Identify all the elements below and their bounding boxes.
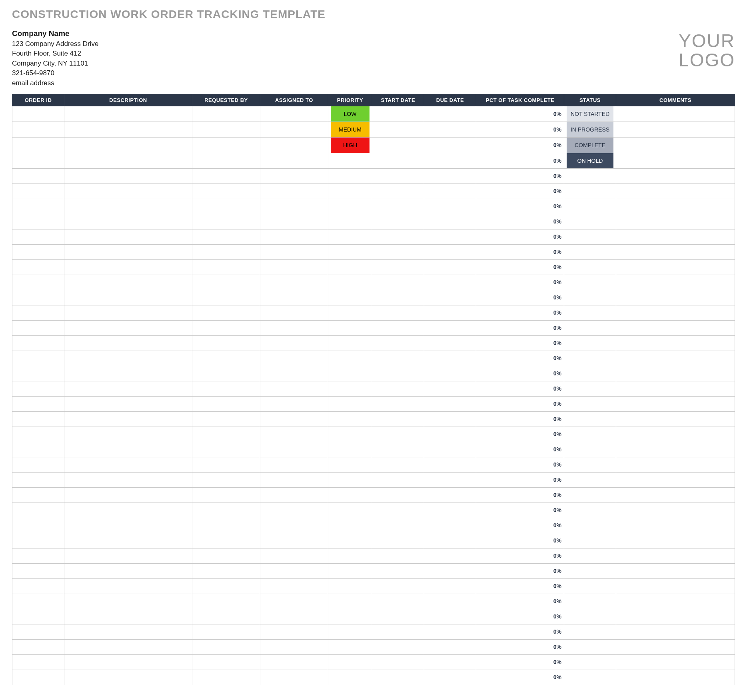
cell-status[interactable] xyxy=(564,548,616,563)
cell-description[interactable] xyxy=(64,533,192,548)
cell-status[interactable] xyxy=(564,199,616,214)
cell-description[interactable] xyxy=(64,199,192,214)
cell-order-id[interactable] xyxy=(12,199,64,214)
cell-assigned-to[interactable] xyxy=(260,183,328,199)
cell-description[interactable] xyxy=(64,106,192,122)
cell-description[interactable] xyxy=(64,366,192,381)
cell-order-id[interactable] xyxy=(12,229,64,244)
cell-requested-by[interactable] xyxy=(192,320,260,335)
cell-status[interactable] xyxy=(564,305,616,320)
cell-status[interactable] xyxy=(564,381,616,396)
cell-assigned-to[interactable] xyxy=(260,122,328,137)
cell-priority[interactable] xyxy=(328,351,372,366)
cell-pct-complete[interactable]: 0% xyxy=(476,578,564,594)
cell-requested-by[interactable] xyxy=(192,563,260,578)
cell-comments[interactable] xyxy=(616,305,735,320)
cell-pct-complete[interactable]: 0% xyxy=(476,168,564,183)
cell-requested-by[interactable] xyxy=(192,259,260,275)
cell-start-date[interactable] xyxy=(372,229,424,244)
cell-assigned-to[interactable] xyxy=(260,518,328,533)
cell-status[interactable] xyxy=(564,670,616,685)
cell-start-date[interactable] xyxy=(372,259,424,275)
cell-order-id[interactable] xyxy=(12,670,64,685)
cell-order-id[interactable] xyxy=(12,275,64,290)
cell-due-date[interactable] xyxy=(424,442,476,457)
cell-start-date[interactable] xyxy=(372,654,424,670)
cell-requested-by[interactable] xyxy=(192,137,260,153)
cell-description[interactable] xyxy=(64,396,192,411)
cell-due-date[interactable] xyxy=(424,199,476,214)
cell-status[interactable] xyxy=(564,214,616,229)
cell-requested-by[interactable] xyxy=(192,305,260,320)
cell-order-id[interactable] xyxy=(12,457,64,472)
cell-description[interactable] xyxy=(64,609,192,624)
cell-description[interactable] xyxy=(64,320,192,335)
cell-order-id[interactable] xyxy=(12,503,64,518)
cell-start-date[interactable] xyxy=(372,442,424,457)
cell-order-id[interactable] xyxy=(12,594,64,609)
cell-due-date[interactable] xyxy=(424,503,476,518)
cell-requested-by[interactable] xyxy=(192,351,260,366)
cell-due-date[interactable] xyxy=(424,396,476,411)
cell-priority[interactable]: LOW xyxy=(328,106,372,122)
cell-priority[interactable] xyxy=(328,275,372,290)
cell-pct-complete[interactable]: 0% xyxy=(476,427,564,442)
cell-comments[interactable] xyxy=(616,183,735,199)
cell-order-id[interactable] xyxy=(12,396,64,411)
cell-priority[interactable] xyxy=(328,244,372,259)
cell-start-date[interactable] xyxy=(372,106,424,122)
cell-description[interactable] xyxy=(64,594,192,609)
cell-due-date[interactable] xyxy=(424,214,476,229)
cell-start-date[interactable] xyxy=(372,351,424,366)
cell-due-date[interactable] xyxy=(424,351,476,366)
cell-priority[interactable] xyxy=(328,654,372,670)
cell-status[interactable] xyxy=(564,487,616,503)
cell-description[interactable] xyxy=(64,639,192,654)
cell-assigned-to[interactable] xyxy=(260,290,328,305)
cell-comments[interactable] xyxy=(616,351,735,366)
cell-priority[interactable] xyxy=(328,214,372,229)
cell-comments[interactable] xyxy=(616,578,735,594)
cell-start-date[interactable] xyxy=(372,122,424,137)
cell-description[interactable] xyxy=(64,214,192,229)
cell-comments[interactable] xyxy=(616,229,735,244)
cell-due-date[interactable] xyxy=(424,259,476,275)
cell-priority[interactable] xyxy=(328,153,372,168)
cell-comments[interactable] xyxy=(616,381,735,396)
cell-status[interactable] xyxy=(564,290,616,305)
cell-priority[interactable] xyxy=(328,533,372,548)
cell-comments[interactable] xyxy=(616,639,735,654)
cell-start-date[interactable] xyxy=(372,624,424,639)
cell-pct-complete[interactable]: 0% xyxy=(476,122,564,137)
cell-status[interactable] xyxy=(564,654,616,670)
cell-pct-complete[interactable]: 0% xyxy=(476,457,564,472)
cell-pct-complete[interactable]: 0% xyxy=(476,472,564,487)
cell-start-date[interactable] xyxy=(372,472,424,487)
cell-priority[interactable] xyxy=(328,503,372,518)
cell-pct-complete[interactable]: 0% xyxy=(476,137,564,153)
cell-description[interactable] xyxy=(64,351,192,366)
cell-start-date[interactable] xyxy=(372,244,424,259)
cell-assigned-to[interactable] xyxy=(260,670,328,685)
cell-start-date[interactable] xyxy=(372,366,424,381)
cell-requested-by[interactable] xyxy=(192,366,260,381)
cell-priority[interactable] xyxy=(328,229,372,244)
cell-pct-complete[interactable]: 0% xyxy=(476,563,564,578)
cell-due-date[interactable] xyxy=(424,168,476,183)
cell-order-id[interactable] xyxy=(12,639,64,654)
cell-comments[interactable] xyxy=(616,259,735,275)
cell-pct-complete[interactable]: 0% xyxy=(476,442,564,457)
cell-pct-complete[interactable]: 0% xyxy=(476,320,564,335)
cell-order-id[interactable] xyxy=(12,168,64,183)
cell-pct-complete[interactable]: 0% xyxy=(476,259,564,275)
cell-assigned-to[interactable] xyxy=(260,654,328,670)
cell-start-date[interactable] xyxy=(372,153,424,168)
cell-requested-by[interactable] xyxy=(192,472,260,487)
cell-order-id[interactable] xyxy=(12,427,64,442)
cell-due-date[interactable] xyxy=(424,290,476,305)
cell-order-id[interactable] xyxy=(12,183,64,199)
cell-priority[interactable] xyxy=(328,427,372,442)
cell-pct-complete[interactable]: 0% xyxy=(476,594,564,609)
cell-pct-complete[interactable]: 0% xyxy=(476,670,564,685)
cell-status[interactable] xyxy=(564,639,616,654)
